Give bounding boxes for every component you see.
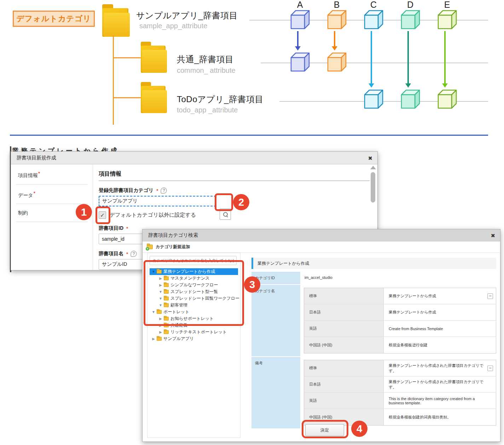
chevron-collapsed-icon[interactable]: ▶ bbox=[158, 330, 163, 334]
localized-value-row: 英語Create from Business Template bbox=[304, 321, 496, 337]
tree-item-0[interactable]: ▼業務テンプレートから作成 bbox=[150, 268, 238, 275]
tree-item-6[interactable]: ▼ポートレット bbox=[150, 309, 238, 315]
folder-icon bbox=[164, 323, 169, 327]
required-asterisk: * bbox=[126, 251, 128, 257]
localized-value-row: 日本語業務テンプレートから作成 bbox=[304, 304, 496, 321]
background-window-text: 業務テンプレートから作成 bbox=[12, 146, 203, 151]
chevron-collapsed-icon[interactable]: ▶ bbox=[158, 317, 163, 321]
tree-item-4[interactable]: ▼スプレッドシート回覧ワークフロー bbox=[150, 295, 238, 302]
locale-value: 業務テンプレートから作成された辞書項目カテゴリです。 bbox=[389, 379, 485, 390]
locale-value-cell: 業務テンプレートから作成− bbox=[384, 288, 496, 304]
help-icon[interactable]: ? bbox=[131, 251, 137, 257]
tree-item-5[interactable]: ▼顧客管理 bbox=[150, 302, 238, 309]
category-id: common_ attribute bbox=[177, 66, 236, 75]
tree-item-1[interactable]: ▶マスタメンテナンス bbox=[150, 275, 238, 282]
tree-item-label: スプレッドシート型一覧 bbox=[170, 289, 218, 295]
tree-item-8[interactable]: ▶共通定義 bbox=[150, 322, 238, 329]
folder-icon bbox=[164, 283, 169, 287]
item-name-label-text: 辞書項目名 bbox=[99, 251, 123, 257]
detail-rows: カテゴリIDim_accel_studioカテゴリ名標準業務テンプレートから作成… bbox=[251, 272, 496, 428]
category-title: ToDoアプリ_辞書項目 bbox=[177, 94, 263, 105]
tree-item-2[interactable]: ▶シンプルなワークフロー bbox=[150, 282, 238, 288]
detail-row-1: カテゴリ名標準業務テンプレートから作成−日本語業務テンプレートから作成英語Cre… bbox=[251, 285, 496, 356]
chevron-collapsed-icon[interactable]: ▶ bbox=[151, 337, 156, 341]
localized-value-row: 日本語業務テンプレートから作成された辞書項目カテゴリです。 bbox=[304, 376, 496, 393]
localized-values-table: 標準業務テンプレートから作成−日本語業務テンプレートから作成英語Create f… bbox=[304, 288, 496, 353]
tree-item-label: ポートレット bbox=[163, 309, 189, 315]
folder-icon bbox=[164, 297, 169, 300]
sidebar-tab-1[interactable]: データ* bbox=[16, 185, 88, 204]
chevron-collapsed-icon[interactable]: ▶ bbox=[158, 323, 163, 327]
svg-text:C: C bbox=[370, 0, 377, 10]
tree-item-3[interactable]: ▼スプレッドシート型一覧 bbox=[150, 288, 238, 295]
locale-label: 中国語 (中国) bbox=[304, 409, 384, 425]
close-icon[interactable]: ✖ bbox=[368, 155, 372, 160]
dialog-header: 辞書項目新規作成 ✖ bbox=[11, 152, 377, 164]
add-category-icon bbox=[147, 245, 153, 249]
locale-label: 標準 bbox=[304, 288, 384, 304]
confirm-button[interactable]: 決定 bbox=[305, 424, 344, 436]
chevron-expanded-icon[interactable]: ▼ bbox=[158, 290, 163, 294]
category-id: todo_app _attribute bbox=[177, 106, 238, 114]
localized-values-table: 標準業務テンプレートから作成された辞書項目カテゴリです。−日本語業務テンプレート… bbox=[304, 360, 496, 426]
localized-value-row: 標準業務テンプレートから作成された辞書項目カテゴリです。− bbox=[304, 360, 496, 376]
dialog-title: 辞書項目カテゴリ検索 bbox=[148, 232, 198, 239]
remove-row-button[interactable]: − bbox=[487, 293, 493, 299]
category-input[interactable] bbox=[99, 196, 216, 206]
detail-row-label: カテゴリ名 bbox=[251, 285, 300, 356]
close-icon[interactable]: ✖ bbox=[491, 233, 495, 238]
chevron-collapsed-icon[interactable]: ▶ bbox=[158, 283, 163, 287]
tree-item-7[interactable]: ▶お知らせポートレット bbox=[150, 315, 238, 322]
add-category-button[interactable]: カテゴリ新規追加 bbox=[156, 244, 190, 250]
chevron-expanded-icon[interactable]: ▼ bbox=[151, 270, 156, 274]
locale-value: 根据业务模板进行创建 bbox=[389, 342, 428, 348]
chevron-expanded-icon[interactable]: ▼ bbox=[151, 310, 156, 314]
locale-label: 日本語 bbox=[304, 304, 384, 320]
annotation-step-1: 1 bbox=[76, 204, 92, 220]
section-title: 項目情報 bbox=[99, 165, 370, 181]
svg-text:E: E bbox=[444, 0, 450, 10]
localized-value-row: 英語This is the dictionary item category c… bbox=[304, 393, 496, 409]
chevron-collapsed-icon[interactable]: ▶ bbox=[158, 276, 163, 280]
category-search-button[interactable] bbox=[220, 209, 231, 220]
locale-value: This is the dictionary item category cre… bbox=[389, 397, 485, 405]
checkbox-label: デフォルトカテゴリ以外に設定する bbox=[110, 212, 196, 218]
sidebar-tab-label: 制約 bbox=[18, 210, 28, 216]
tree-connector-vertical bbox=[113, 35, 114, 125]
locale-label: 標準 bbox=[304, 360, 384, 376]
svg-text:D: D bbox=[407, 0, 413, 10]
category-detail-panel: 業務テンプレートから作成 カテゴリIDim_accel_studioカテゴリ名標… bbox=[251, 258, 496, 429]
folder-icon bbox=[164, 303, 169, 307]
locale-label: 日本語 bbox=[304, 376, 384, 392]
sidebar-tab-label: データ bbox=[18, 192, 33, 198]
sidebar-tab-0[interactable]: 項目情報* bbox=[16, 165, 88, 185]
required-asterisk: * bbox=[126, 226, 128, 231]
locale-value-cell: Create from Business Template bbox=[384, 321, 496, 336]
remove-row-button[interactable]: − bbox=[487, 365, 493, 371]
category-tree-panel: ▼業務テンプレートから作成▶マスタメンテナンス▶シンプルなワークフロー▼スプレッ… bbox=[147, 253, 241, 438]
locale-label: 英語 bbox=[304, 393, 384, 409]
localized-value-row: 標準業務テンプレートから作成− bbox=[304, 288, 496, 304]
category-id: sample_app_attribute bbox=[139, 22, 207, 30]
help-icon[interactable]: ? bbox=[161, 187, 167, 194]
sidebar-tab-label: 項目情報 bbox=[18, 172, 38, 178]
locale-value-cell: 根据业务模板进行创建 bbox=[384, 337, 496, 353]
scroll-up-icon[interactable] bbox=[370, 166, 376, 169]
non-default-category-checkbox[interactable]: ✓ bbox=[99, 211, 106, 219]
category-title: 共通_辞書項目 bbox=[177, 54, 234, 65]
locale-value-cell: 業務テンプレートから作成された辞書項目カテゴリです。− bbox=[384, 360, 496, 376]
folder-icon bbox=[164, 290, 169, 294]
required-asterisk: * bbox=[38, 171, 40, 176]
folder-icon bbox=[141, 82, 166, 113]
chevron-expanded-icon[interactable]: ▼ bbox=[158, 303, 163, 307]
category-search-input[interactable] bbox=[150, 256, 237, 265]
folder-icon bbox=[157, 270, 162, 274]
chevron-expanded-icon[interactable]: ▼ bbox=[158, 297, 163, 300]
tree-item-9[interactable]: ▶リッチテキストポートレット bbox=[150, 329, 238, 335]
tree-item-label: お知らせポートレット bbox=[170, 316, 214, 322]
dialog-title: 辞書項目新規作成 bbox=[17, 155, 56, 161]
svg-text:B: B bbox=[334, 0, 340, 10]
scrollbar-thumb[interactable] bbox=[371, 172, 375, 203]
tree-item-10[interactable]: ▶サンプルアプリ bbox=[150, 335, 238, 342]
category-tree: ▼業務テンプレートから作成▶マスタメンテナンス▶シンプルなワークフロー▼スプレッ… bbox=[150, 268, 238, 342]
